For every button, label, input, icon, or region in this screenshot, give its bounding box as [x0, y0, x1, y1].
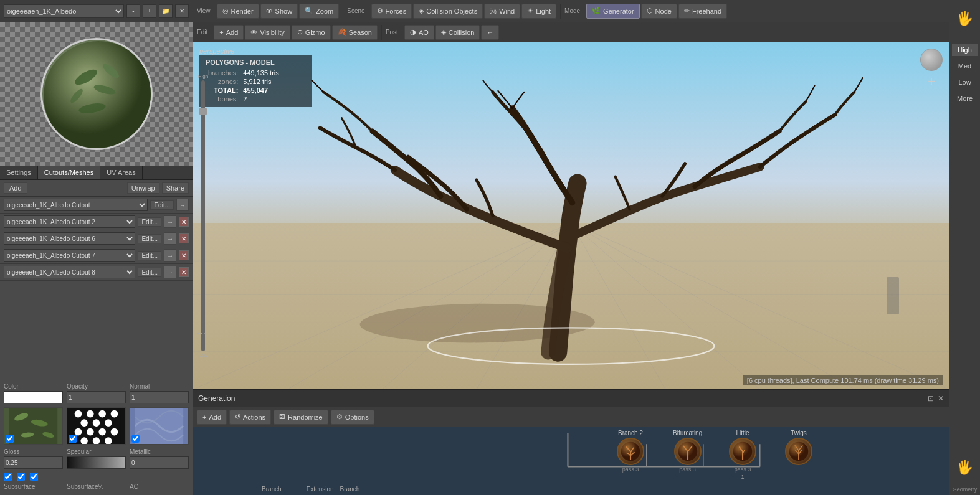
- folder-btn[interactable]: 📁: [159, 4, 173, 18]
- close-btn[interactable]: ✕: [175, 4, 189, 18]
- add-mesh-button[interactable]: Add: [4, 182, 27, 194]
- opacity-label: Opacity: [67, 383, 126, 390]
- forces-button[interactable]: ⚙ Forces: [371, 4, 412, 19]
- subsurface-field: Subsurface: [4, 483, 63, 491]
- tab-cutouts[interactable]: Cutouts/Meshes: [38, 166, 100, 179]
- wind-button[interactable]: 🌬 Wind: [484, 4, 520, 19]
- tab-uv[interactable]: UV Areas: [100, 166, 142, 179]
- bones-label: bones:: [206, 95, 240, 103]
- season-icon: 🍂: [338, 28, 346, 36]
- node-twigs[interactable]: Twigs: [785, 430, 812, 466]
- render-button[interactable]: ◎ Render: [217, 4, 259, 19]
- texture-select[interactable]: oigeeeaeh_1K_Albedo: [4, 4, 124, 18]
- collision-button[interactable]: ◈ Collision Objects: [413, 4, 483, 19]
- light-button[interactable]: ☀ Light: [521, 4, 556, 19]
- back-button[interactable]: ←: [481, 25, 499, 40]
- branch-bottom-label: Branch: [262, 486, 282, 493]
- ao-field: AO: [130, 483, 189, 491]
- gen-randomize-button[interactable]: ⚄ Randomize: [274, 410, 328, 425]
- node-bifurcating[interactable]: Bifurcating: [673, 430, 702, 473]
- pan-icon[interactable]: +: [928, 75, 935, 89]
- share-button[interactable]: Share: [162, 182, 189, 194]
- edit-button-4[interactable]: Edit...: [138, 251, 161, 260]
- season-button[interactable]: 🍂 Season: [332, 25, 378, 40]
- nav-sphere[interactable]: [920, 49, 943, 71]
- remove-3[interactable]: ✕: [179, 233, 189, 243]
- node-button[interactable]: ⬡ Node: [641, 4, 677, 19]
- gen-options-label: Options: [345, 413, 369, 421]
- node-little[interactable]: Little: [729, 430, 756, 480]
- edit-button-5[interactable]: Edit...: [138, 268, 161, 277]
- table-row: zones: 5,912 tris: [206, 77, 282, 86]
- specular-check[interactable]: [17, 473, 25, 481]
- metallic-check[interactable]: [30, 473, 38, 481]
- quality-med[interactable]: Med: [952, 60, 978, 72]
- edit-button-1[interactable]: Edit...: [150, 200, 174, 210]
- visibility-button[interactable]: 👁 Visibility: [245, 25, 290, 40]
- metallic-field: Metallic: [130, 448, 189, 469]
- arrow-2[interactable]: →: [164, 215, 176, 228]
- tab-settings[interactable]: Settings: [0, 166, 38, 179]
- zoom-button[interactable]: 🔍 Zoom: [299, 4, 339, 19]
- ao-button[interactable]: ◑ AO: [404, 25, 434, 40]
- color-swatch[interactable]: [4, 391, 63, 403]
- gloss-input[interactable]: [4, 456, 63, 469]
- mesh-select-1[interactable]: oigeeeaeh_1K_Albedo Cutout: [4, 199, 148, 211]
- edit-button-2[interactable]: Edit...: [138, 217, 161, 227]
- specular-label: Specular: [67, 448, 126, 455]
- color-texture-check[interactable]: [6, 435, 14, 443]
- mesh-select-2[interactable]: oigeeeaeh_1K_Albedo Cutout 2: [4, 215, 135, 228]
- node-branch2[interactable]: Branch 2: [617, 430, 644, 474]
- mesh-select-4[interactable]: oigeeeaeh_1K_Albedo Cutout 7: [4, 249, 135, 262]
- render-label: Render: [231, 7, 254, 15]
- quality-low[interactable]: Low: [952, 76, 978, 88]
- gen-actions-button[interactable]: ↺ Actions: [229, 410, 271, 425]
- plus-btn[interactable]: +: [143, 4, 156, 18]
- svg-point-20: [87, 428, 94, 436]
- opacity-input[interactable]: [67, 391, 126, 403]
- gen-options-button[interactable]: ⚙ Options: [331, 410, 374, 425]
- plus-icon: +: [219, 29, 223, 36]
- mesh-select-5[interactable]: oigeeeaeh_1K_Albedo Cutout 8: [4, 266, 135, 278]
- unwrap-button[interactable]: Unwrap: [127, 182, 159, 194]
- extension-bottom-label: Extension: [307, 486, 334, 493]
- gen-add-button[interactable]: + Add: [197, 410, 227, 425]
- light-icon: ☀: [527, 7, 533, 15]
- generator-button[interactable]: 🌿 Generator: [586, 4, 640, 19]
- gen-maximize-btn[interactable]: ⊡: [928, 394, 934, 403]
- remove-5[interactable]: ✕: [179, 267, 189, 277]
- gizmo-button[interactable]: ⊕ Gizmo: [292, 25, 331, 40]
- collision-edit-button[interactable]: ◈ Collision: [435, 25, 480, 40]
- poly-info-box: POLYGONS - MODEL branches: 449,135 tris …: [199, 55, 312, 107]
- status-bar: [6 cpu threads], Last Compute 101.74 ms …: [743, 375, 943, 385]
- arrow-3[interactable]: →: [164, 232, 176, 245]
- quality-more[interactable]: More: [952, 92, 978, 105]
- mesh-select-3[interactable]: oigeeeaeh_1K_Albedo Cutout 6: [4, 232, 135, 245]
- metallic-input[interactable]: [130, 456, 189, 469]
- gen-plus-icon: +: [202, 413, 206, 421]
- show-button[interactable]: 👁 Show: [260, 4, 298, 19]
- slider-high-label: High: [198, 73, 208, 79]
- node-label: Node: [655, 7, 672, 15]
- edit-button-3[interactable]: Edit...: [138, 234, 161, 243]
- arrow-4[interactable]: →: [164, 249, 176, 262]
- remove-4[interactable]: ✕: [179, 250, 189, 260]
- arrow-1[interactable]: →: [176, 199, 189, 211]
- remove-2[interactable]: ✕: [179, 217, 189, 227]
- normal-texture-check[interactable]: [131, 435, 140, 443]
- add-edit-button[interactable]: + Add: [214, 25, 244, 40]
- gen-close-btn[interactable]: ✕: [938, 394, 944, 403]
- slider-thumb[interactable]: [199, 108, 207, 115]
- gloss-check[interactable]: [4, 473, 12, 481]
- slider-track[interactable]: [201, 80, 205, 351]
- subsurface-label: Subsurface: [4, 483, 63, 490]
- arrow-5[interactable]: →: [164, 266, 176, 278]
- minus-btn[interactable]: -: [126, 4, 140, 18]
- dots-menu[interactable]: ⋯: [197, 328, 207, 339]
- forces-label: Forces: [386, 7, 407, 15]
- specular-texture-check[interactable]: [69, 435, 77, 443]
- edit-section-label: Edit: [197, 29, 210, 35]
- freehand-button[interactable]: ✏ Freehand: [678, 4, 727, 19]
- normal-input[interactable]: [130, 391, 189, 403]
- quality-high[interactable]: High: [952, 44, 978, 56]
